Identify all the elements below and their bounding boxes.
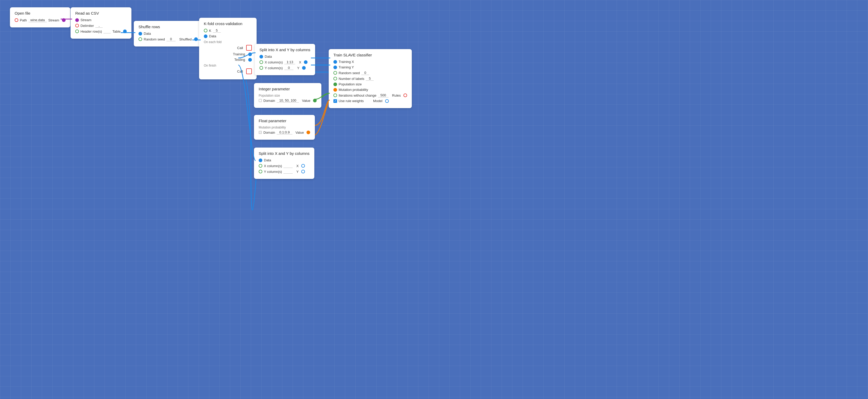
y2-port-out[interactable] — [301, 170, 305, 173]
header-input[interactable] — [103, 29, 111, 33]
data-port-in[interactable] — [138, 32, 142, 35]
integer-param-title: Integer parameter — [259, 87, 317, 91]
random-seed-port[interactable] — [138, 37, 142, 41]
y2-col-port[interactable] — [259, 170, 262, 173]
split1-data-port[interactable] — [259, 55, 263, 59]
shuffled-port-out[interactable] — [194, 37, 198, 41]
call-box-1[interactable] — [246, 45, 252, 51]
use-rule-weights-checkbox[interactable] — [333, 99, 337, 103]
float-value-port-out[interactable] — [307, 131, 310, 134]
stream-port-out[interactable] — [62, 18, 66, 22]
training-x-port[interactable] — [333, 60, 337, 64]
on-finish-label: On finish — [204, 64, 252, 67]
float-domain-label: Domain — [264, 131, 275, 134]
population-size-label: Population size — [339, 82, 362, 86]
float-param-title: Float parameter — [259, 119, 310, 123]
rules-label: Rules — [392, 94, 401, 97]
y-port-out[interactable] — [302, 66, 306, 70]
split2-data-label: Data — [264, 158, 271, 162]
split1-data-label: Data — [265, 55, 272, 59]
mutation-prob-port[interactable] — [333, 88, 337, 92]
header-port[interactable] — [75, 30, 79, 33]
int-value-port-out[interactable] — [313, 99, 317, 102]
x2-col-port[interactable] — [259, 164, 262, 168]
training-port-out[interactable] — [248, 53, 252, 56]
y-col-input[interactable] — [284, 66, 293, 70]
random-seed-label2: Random seed — [339, 71, 360, 75]
y2-col-label: Y column(s) — [264, 170, 282, 174]
table-port-out[interactable] — [123, 30, 127, 33]
iterations-port[interactable] — [333, 94, 337, 97]
y2-col-input[interactable] — [283, 169, 292, 174]
y2-label: Y — [296, 170, 299, 174]
mutation-prob-label: Mutation probability — [339, 88, 368, 92]
split2-data-port[interactable] — [259, 159, 262, 162]
x2-columns-row: X column(s) X — [259, 164, 310, 168]
path-port[interactable] — [14, 18, 18, 22]
num-labels-label: Number of labels — [339, 77, 364, 81]
stream-port-in[interactable] — [75, 18, 79, 22]
training-y-row: Training Y — [333, 65, 407, 69]
training-y-port[interactable] — [333, 66, 337, 69]
random-seed-label: Random seed — [144, 37, 165, 41]
x2-col-label: X column(s) — [264, 164, 282, 168]
x2-label: X — [296, 164, 299, 168]
k-input[interactable] — [213, 29, 221, 33]
random-seed-port2[interactable] — [333, 71, 337, 75]
open-file-path-row: Path Stream — [14, 18, 66, 22]
float-param-node: Float parameter Mutation probability Dom… — [254, 115, 315, 140]
split-xy-1-title: Split into X and Y by columns — [259, 47, 310, 52]
model-port-out[interactable] — [385, 99, 389, 103]
y-label: Y — [297, 66, 300, 70]
open-file-node: Open file Path Stream — [10, 7, 70, 27]
path-input[interactable] — [29, 18, 47, 22]
int-domain-input[interactable] — [277, 98, 299, 103]
num-labels-port[interactable] — [333, 77, 337, 80]
training-row: Training — [204, 52, 252, 56]
x-col-input[interactable] — [284, 60, 295, 64]
y2-columns-row: Y column(s) Y — [259, 169, 310, 174]
float-param-subtitle: Mutation probability — [259, 126, 310, 129]
num-labels-input[interactable] — [366, 76, 374, 81]
float-value-label: Value — [296, 131, 304, 134]
y-col-port[interactable] — [259, 66, 263, 70]
iterations-input[interactable] — [378, 93, 389, 97]
training-y-label: Training Y — [339, 65, 354, 69]
call-box-2[interactable] — [246, 68, 252, 74]
use-rule-weights-label: Use rule weights — [339, 99, 364, 103]
rules-port-out[interactable] — [403, 94, 407, 97]
kfold-data-label: Data — [209, 34, 216, 38]
int-domain-port[interactable] — [259, 99, 262, 102]
kfold-data-port[interactable] — [204, 34, 208, 38]
y-col-label: Y column(s) — [265, 66, 283, 70]
testing-row: Testing — [204, 58, 252, 62]
delimiter-input[interactable] — [95, 24, 103, 28]
kfold-data-row: Data — [204, 34, 252, 38]
random-seed-row2: Random seed — [333, 71, 407, 75]
delimiter-port[interactable] — [75, 24, 79, 27]
x-columns-row: X column(s) X — [259, 60, 310, 64]
data-label: Data — [144, 32, 151, 35]
population-size-port[interactable] — [333, 82, 337, 86]
kfold-node: K-fold cross-validation K Data On each f… — [199, 18, 256, 79]
train-slave-title: Train SLAVE classifier — [333, 53, 407, 57]
read-csv-title: Read as CSV — [75, 11, 127, 15]
model-label: Model — [373, 99, 382, 103]
delimiter-label: Delimiter — [81, 24, 94, 28]
k-port[interactable] — [204, 29, 208, 32]
on-each-fold-label: On each fold — [204, 40, 252, 44]
x-col-port[interactable] — [259, 60, 263, 64]
int-value-label: Value — [302, 99, 310, 103]
float-domain-port[interactable] — [259, 131, 262, 134]
float-domain-input[interactable] — [277, 130, 292, 134]
random-seed-input2[interactable] — [361, 71, 369, 75]
testing-port-out[interactable] — [248, 58, 252, 62]
x-port-out[interactable] — [304, 60, 308, 64]
stream-label: Stream — [81, 18, 91, 22]
x2-port-out[interactable] — [301, 164, 305, 168]
header-row: Header row(s) Table — [75, 29, 127, 33]
train-slave-node: Train SLAVE classifier Training X Traini… — [329, 49, 412, 108]
kfold-title: K-fold cross-validation — [204, 22, 252, 26]
random-seed-input[interactable] — [166, 37, 176, 41]
x2-col-input[interactable] — [283, 164, 292, 168]
